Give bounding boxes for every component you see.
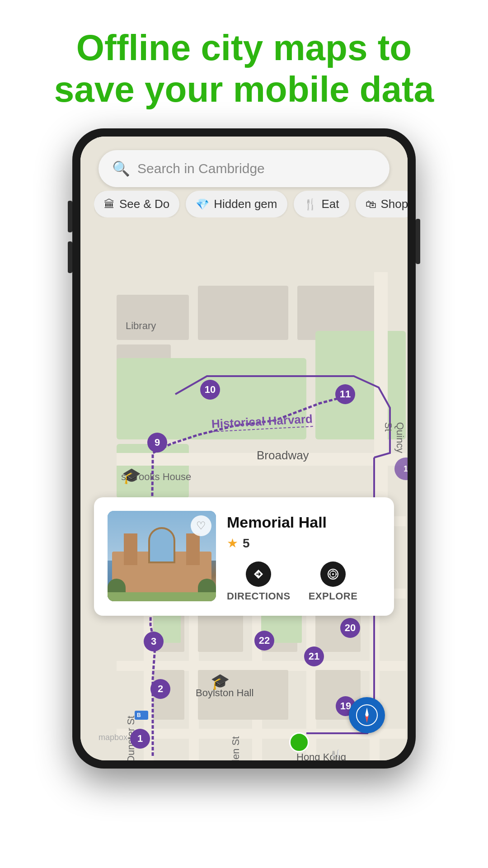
chip-see-do-label: See & Do	[119, 197, 169, 211]
marker-21[interactable]: 21	[304, 646, 324, 666]
svg-point-41	[366, 714, 368, 717]
marker-11[interactable]: 11	[335, 384, 355, 404]
marker-2[interactable]: 2	[150, 679, 170, 699]
filter-chips-container: 🏛 See & Do 💎 Hidden gem 🍴 Eat 🛍 Shop	[94, 191, 408, 217]
explore-label: EXPLORE	[309, 590, 358, 602]
marker-3[interactable]: 3	[144, 632, 164, 651]
marker-20[interactable]: 20	[340, 618, 360, 638]
hidden-gem-icon: 💎	[196, 198, 209, 211]
rating-value: 5	[243, 536, 250, 551]
search-icon: 🔍	[112, 160, 130, 177]
volume-down-button	[68, 241, 72, 273]
headline: Offline city maps to save your mobile da…	[0, 0, 488, 128]
marker-9[interactable]: 9	[147, 433, 167, 453]
map-attribution: mapbox	[99, 733, 127, 742]
headline-line1: Offline city maps to	[76, 28, 412, 68]
food-icon: 🍴	[328, 749, 344, 760]
card-rating: ★ 5	[227, 536, 380, 551]
chip-shop-label: Shop	[381, 197, 408, 211]
favorite-button[interactable]: ♡	[191, 515, 211, 536]
library-label: Library	[126, 320, 156, 332]
explore-action[interactable]: EXPLORE	[309, 561, 358, 602]
svg-rect-1	[117, 295, 189, 340]
compass-button[interactable]	[349, 697, 385, 733]
card-title: Memorial Hall	[227, 514, 380, 531]
chip-see-do[interactable]: 🏛 See & Do	[94, 191, 179, 217]
phone-screen: B 🔍 Search in Cambridge 🏛 See & Do 💎 Hid…	[80, 137, 408, 760]
green-location-pin	[289, 732, 309, 752]
explore-icon	[320, 561, 346, 587]
shop-icon: 🛍	[366, 198, 376, 211]
card-image: ♡	[108, 511, 216, 601]
svg-text:B: B	[137, 712, 141, 718]
svg-rect-9	[374, 272, 388, 498]
svg-rect-2	[198, 286, 288, 340]
info-card: ♡ Memorial Hall ★ 5	[94, 497, 394, 616]
phone-mockup: B 🔍 Search in Cambridge 🏛 See & Do 💎 Hid…	[0, 128, 488, 796]
marker-10[interactable]: 10	[200, 380, 220, 400]
map-background: B	[80, 137, 408, 760]
star-icon: ★	[227, 536, 238, 551]
broadway-label: Broadway	[257, 448, 309, 462]
search-placeholder: Search in Cambridge	[137, 161, 265, 176]
eat-icon: 🍴	[304, 198, 317, 211]
volume-up-button	[68, 201, 72, 232]
map-svg: B	[80, 137, 408, 760]
chip-hidden-gem-label: Hidden gem	[214, 197, 277, 211]
chip-hidden-gem[interactable]: 💎 Hidden gem	[186, 191, 287, 217]
directions-icon	[246, 561, 271, 587]
education-icon-1: 🎓	[122, 467, 141, 485]
chip-shop[interactable]: 🛍 Shop	[356, 191, 408, 217]
directions-action[interactable]: DIRECTIONS	[227, 561, 291, 602]
see-do-icon: 🏛	[104, 198, 115, 211]
search-bar[interactable]: 🔍 Search in Cambridge	[99, 150, 389, 187]
card-actions: DIRECTIONS EXPLORE	[227, 561, 380, 602]
svg-point-37	[332, 573, 334, 575]
quincy-st-label: Quincy St	[382, 422, 406, 453]
phone-frame: B 🔍 Search in Cambridge 🏛 See & Do 💎 Hid…	[72, 128, 416, 769]
directions-label: DIRECTIONS	[227, 590, 291, 602]
marker-22[interactable]: 22	[254, 631, 274, 651]
chip-eat-label: Eat	[322, 197, 339, 211]
headline-line2: save your mobile data	[54, 69, 434, 109]
card-content: Memorial Hall ★ 5	[227, 511, 380, 602]
chip-eat[interactable]: 🍴 Eat	[294, 191, 349, 217]
education-icon-2: 🎓	[211, 672, 230, 690]
power-button	[416, 219, 420, 264]
linden-st-label: Linden St	[230, 736, 242, 760]
marker-1[interactable]: 1	[130, 729, 150, 749]
